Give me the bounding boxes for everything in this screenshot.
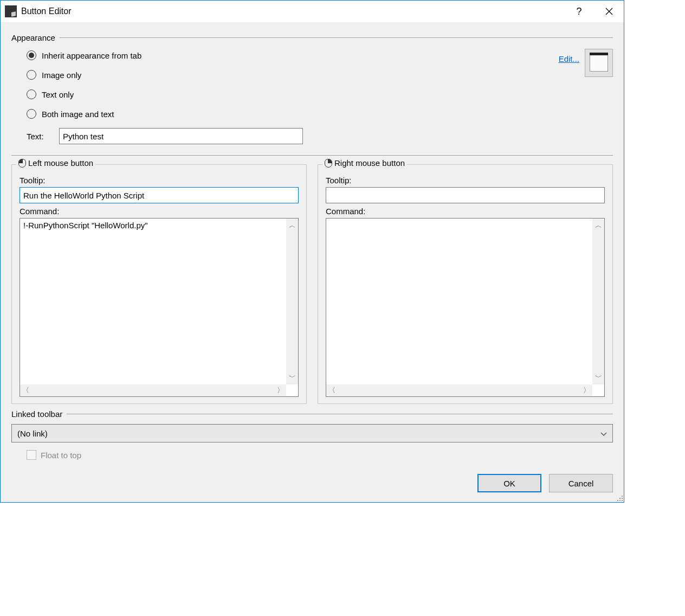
appearance-label: Appearance [11,33,60,42]
client-area: Appearance Inherit appearance from tab I… [1,22,624,502]
divider [67,414,613,414]
right-tooltip-input[interactable] [326,187,605,203]
left-tooltip-input[interactable] [20,187,299,203]
radio-icon [27,89,36,99]
radio-inherit[interactable]: Inherit appearance from tab [27,46,559,65]
right-mouse-panel: Right mouse button Tooltip: Command: ︿ ﹀… [318,164,613,404]
radio-label: Image only [42,70,81,80]
scroll-up-icon: ︿ [289,221,296,230]
image-preview-button[interactable] [585,49,613,77]
right-command-area: ︿ ﹀ 〈 〉 [326,218,605,397]
left-command-input[interactable] [20,219,298,384]
float-to-top-checkbox: Float to top [27,450,613,460]
titlebar: Button Editor ? [1,1,624,22]
checkbox-label: Float to top [41,451,81,460]
radio-label: Inherit appearance from tab [42,51,141,60]
chevron-down-icon [600,429,607,438]
linked-header: Linked toolbar [11,409,613,419]
button-text-input[interactable] [59,128,303,144]
appearance-options: Inherit appearance from tab Image only T… [11,46,559,124]
left-mouse-title: Left mouse button [16,158,95,168]
divider [60,37,613,38]
left-command-area: ︿ ﹀ 〈 〉 [20,218,299,397]
mouse-right-icon [325,159,332,168]
app-icon [5,5,17,17]
horizontal-scrollbar[interactable]: 〈 〉 [326,384,592,396]
resize-grip[interactable] [615,493,623,501]
scroll-up-icon: ︿ [595,221,602,230]
checkbox-icon [27,450,36,460]
radio-text-only[interactable]: Text only [27,85,559,104]
radio-label: Both image and text [42,110,114,119]
radio-label: Text only [42,90,74,99]
radio-icon [27,70,36,80]
edit-image-link[interactable]: Edit... [559,46,579,63]
select-value: (No link) [17,429,48,438]
help-button[interactable]: ? [564,1,594,22]
horizontal-scrollbar[interactable]: 〈 〉 [20,384,286,396]
close-button[interactable] [594,1,624,22]
tooltip-label: Tooltip: [326,176,605,185]
text-field-label: Text: [27,132,59,141]
divider [11,155,613,156]
radio-icon [27,109,36,119]
scroll-left-icon: 〈 [328,386,335,395]
left-mouse-panel: Left mouse button Tooltip: Command: ︿ ﹀ … [11,164,307,404]
command-label: Command: [20,207,299,216]
appearance-header: Appearance [11,33,613,42]
radio-icon [27,50,36,60]
vertical-scrollbar[interactable]: ︿ ﹀ [592,219,604,384]
right-command-input[interactable] [326,219,604,384]
linked-label: Linked toolbar [11,409,67,419]
ok-button[interactable]: OK [477,474,541,492]
command-label: Command: [326,207,605,216]
radio-image-only[interactable]: Image only [27,65,559,85]
right-mouse-title: Right mouse button [322,158,407,168]
scroll-left-icon: 〈 [22,386,29,395]
scroll-right-icon: 〉 [583,386,590,395]
close-icon [605,8,613,15]
vertical-scrollbar[interactable]: ︿ ﹀ [286,219,298,384]
radio-both[interactable]: Both image and text [27,104,559,124]
scroll-right-icon: 〉 [277,386,284,395]
cancel-button[interactable]: Cancel [549,474,613,492]
preview-icon [590,55,608,72]
scroll-down-icon: ﹀ [595,373,602,382]
scroll-down-icon: ﹀ [289,373,296,382]
linked-toolbar-select[interactable]: (No link) [11,424,613,442]
mouse-left-icon [18,159,26,168]
window-title: Button Editor [21,7,564,16]
tooltip-label: Tooltip: [20,176,299,185]
dialog-window: Button Editor ? Appearance Inherit appea… [0,0,624,503]
